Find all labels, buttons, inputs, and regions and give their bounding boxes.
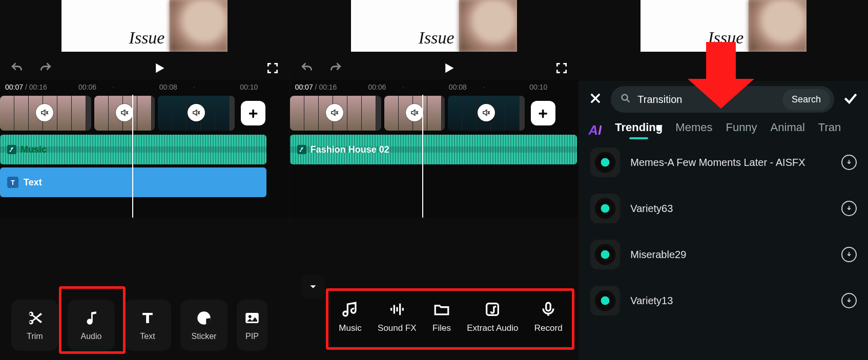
preview-caption: Issuet [708, 28, 743, 48]
redo-button[interactable] [329, 61, 342, 75]
audio-track[interactable]: Music [0, 135, 266, 164]
folder-icon [433, 301, 450, 318]
mute-icon[interactable] [326, 104, 343, 121]
video-clip[interactable] [290, 96, 381, 131]
tab-trending[interactable]: Trending ▾ [615, 121, 662, 139]
audio-sub-extract[interactable]: Extract Audio [467, 301, 518, 333]
music-note-icon [7, 145, 16, 154]
fullscreen-button[interactable] [555, 61, 568, 75]
mute-icon[interactable] [36, 104, 53, 121]
svg-rect-4 [546, 303, 551, 311]
tool-audio[interactable]: Audio [68, 300, 115, 351]
text-icon: T [7, 177, 18, 188]
confirm-button[interactable] [842, 90, 859, 109]
undo-button[interactable] [300, 61, 314, 75]
download-button[interactable] [841, 201, 857, 216]
timeline-ruler[interactable]: 00:07 / 00:16 00:06 00:08 00:10 [0, 79, 290, 95]
ruler-tick: 00:06 [337, 83, 417, 91]
ruler-tick: 00:06 [47, 83, 128, 91]
download-button[interactable] [841, 247, 857, 262]
tool-text[interactable]: Text [124, 300, 171, 351]
chevron-down-icon: ▾ [656, 121, 662, 134]
screen-editor-1: Issue t [0, 0, 290, 360]
music-note-icon [82, 309, 100, 327]
preview-frame[interactable]: Issuet [640, 0, 807, 52]
tool-pip[interactable]: PIP [237, 300, 267, 351]
mute-icon[interactable] [406, 104, 423, 121]
fullscreen-button[interactable] [266, 61, 279, 75]
svg-point-2 [249, 315, 252, 318]
video-clip[interactable] [0, 96, 91, 131]
scissors-icon [26, 309, 44, 327]
close-button[interactable] [588, 91, 603, 108]
audio-sub-files[interactable]: Files [432, 301, 451, 333]
time-duration: / 00:16 [313, 83, 337, 91]
audio-sub-music[interactable]: Music [339, 301, 361, 333]
mute-icon[interactable] [188, 104, 205, 121]
timeline-tracks[interactable]: + Music T Text [0, 95, 290, 218]
download-button[interactable] [841, 155, 857, 170]
search-input[interactable] [637, 94, 776, 105]
collapse-submenu-button[interactable] [301, 275, 325, 299]
undo-button[interactable] [10, 61, 24, 75]
video-track[interactable]: + [0, 95, 290, 132]
tab-animal[interactable]: Animal [771, 121, 805, 139]
audio-track[interactable]: Fashion House 02 [290, 135, 577, 164]
tab-memes[interactable]: Memes [675, 121, 712, 139]
tool-trim[interactable]: Trim [11, 300, 58, 351]
preview-frame[interactable]: Issue t [61, 0, 228, 52]
tab-ai[interactable]: AI [588, 122, 602, 138]
search-button[interactable]: Search [782, 89, 830, 110]
video-clip[interactable] [448, 96, 525, 131]
time-position: 00:07 [5, 83, 23, 91]
timeline-ruler[interactable]: 00:07 / 00:16 00:06 00:08 00:10 [290, 79, 579, 95]
playhead[interactable] [132, 95, 133, 218]
sound-item[interactable]: Variety63 [579, 185, 868, 231]
video-clip[interactable] [384, 96, 445, 131]
bottom-toolbar: Trim Audio Text Sticker PIP [0, 300, 290, 351]
tool-sticker[interactable]: Sticker [180, 300, 228, 351]
ruler-tick: 00:08 [128, 83, 209, 91]
sound-name: Miserable29 [630, 249, 831, 261]
audio-track-label: Music [20, 144, 47, 155]
music-note-icon [342, 301, 359, 318]
text-track[interactable]: T Text [0, 167, 266, 197]
tab-tran[interactable]: Tran [818, 121, 841, 139]
search-icon [620, 93, 631, 106]
sound-item[interactable]: Variety13 [579, 278, 868, 324]
add-clip-button[interactable]: + [531, 101, 555, 125]
add-clip-button[interactable]: + [241, 101, 265, 125]
image-icon [243, 309, 261, 327]
sound-item[interactable]: Miserable29 [579, 231, 868, 278]
playhead[interactable] [422, 95, 423, 218]
text-track-label: Text [24, 177, 42, 188]
audio-submenu: Music Sound FX Files Extract Audio Recor… [331, 288, 571, 346]
mute-icon[interactable] [478, 104, 495, 121]
video-clip[interactable] [158, 96, 235, 131]
preview-area: Issuet [290, 0, 579, 79]
preview-frame[interactable]: Issuet [351, 0, 517, 52]
sound-panel: Search AI Trending ▾ Memes Funny Animal … [579, 81, 868, 360]
ruler-tick: 00:10 [498, 83, 578, 91]
sound-list[interactable]: Memes-A Few Moments Later - AISFX Variet… [579, 139, 868, 360]
timeline-tracks[interactable]: + Fashion House 02 [290, 95, 579, 218]
sound-item[interactable]: Memes-A Few Moments Later - AISFX [579, 139, 868, 185]
sound-thumbnail [590, 147, 620, 177]
mute-icon[interactable] [116, 104, 133, 121]
sound-category-tabs: AI Trending ▾ Memes Funny Animal Tran [579, 118, 868, 139]
sound-thumbnail [590, 194, 620, 223]
tab-funny[interactable]: Funny [726, 121, 757, 139]
preview-area: Issuet [579, 0, 868, 79]
audio-sub-record[interactable]: Record [534, 301, 563, 333]
video-clip[interactable] [94, 96, 155, 131]
audio-sub-soundfx[interactable]: Sound FX [378, 301, 417, 333]
video-track[interactable]: + [290, 95, 579, 132]
ruler-tick: 00:10 [209, 83, 290, 91]
download-button[interactable] [841, 293, 857, 308]
redo-button[interactable] [39, 61, 52, 75]
search-bar[interactable]: Search [611, 86, 834, 113]
play-button[interactable] [152, 61, 166, 75]
preview-area: Issue t [0, 0, 290, 79]
play-button[interactable] [441, 61, 456, 75]
time-duration: / 00:16 [23, 83, 47, 91]
